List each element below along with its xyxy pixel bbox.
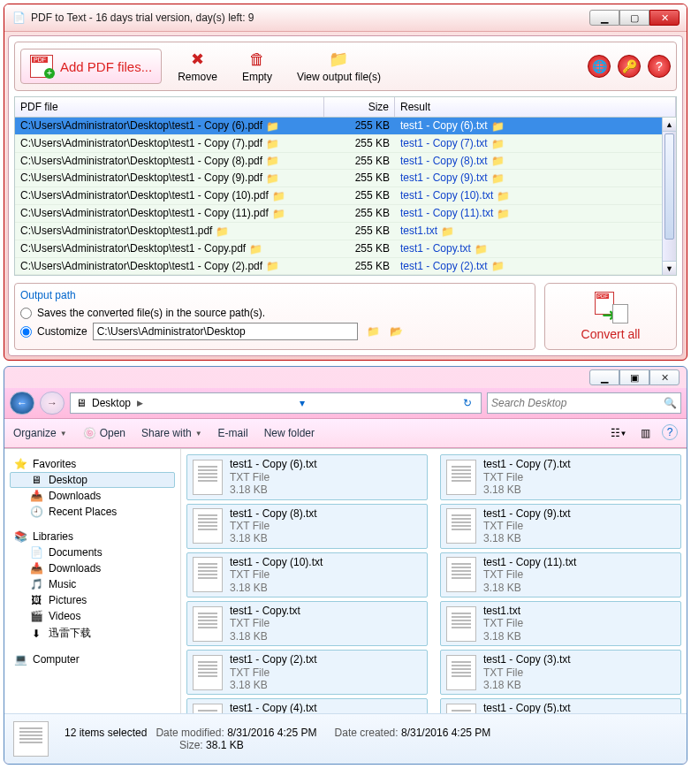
convert-all-button[interactable]: ➜ Convert all xyxy=(544,283,677,350)
table-row[interactable]: C:\Users\Administrator\Desktop\test1 - C… xyxy=(15,240,676,258)
minimize-button[interactable]: ▁ xyxy=(589,10,619,26)
save-source-radio[interactable] xyxy=(20,308,32,319)
row-folder-icon[interactable]: 📁 xyxy=(266,172,280,185)
sidebar-item-downloads2[interactable]: 📥Downloads xyxy=(10,560,175,576)
libraries-group[interactable]: 📚Libraries xyxy=(10,529,175,544)
row-result-folder-icon[interactable]: 📁 xyxy=(475,243,489,255)
maximize-button[interactable]: ▢ xyxy=(619,10,649,26)
row-result-folder-icon[interactable]: 📁 xyxy=(491,120,505,133)
file-tile[interactable]: test1 - Copy (11).txtTXT File3.18 KB xyxy=(440,552,681,598)
close-button[interactable]: ✕ xyxy=(649,10,680,26)
sidebar-item-xunlei[interactable]: ⬇迅雷下载 xyxy=(10,624,175,643)
exp-close-button[interactable]: ✕ xyxy=(649,369,680,385)
customize-radio[interactable] xyxy=(20,326,32,338)
row-folder-icon[interactable]: 📁 xyxy=(266,120,280,133)
open-folder-icon[interactable]: 📂 xyxy=(390,325,404,338)
sidebar-item-pictures[interactable]: 🖼Pictures xyxy=(10,592,175,608)
open-button[interactable]: 🍥Open xyxy=(83,427,125,439)
file-tile[interactable]: test1 - Copy (9).txtTXT File3.18 KB xyxy=(440,504,681,549)
remove-button[interactable]: ✖ Remove xyxy=(169,48,226,85)
exp-minimize-button[interactable]: ▁ xyxy=(589,369,619,385)
file-type: TXT File xyxy=(230,568,323,581)
file-tile[interactable]: test1 - Copy (7).txtTXT File3.18 KB xyxy=(440,454,681,499)
row-result-folder-icon[interactable]: 📁 xyxy=(497,208,511,220)
explorer-titlebar[interactable]: ▁ ▣ ✕ xyxy=(4,367,687,388)
file-tile[interactable]: test1 - Copy (8).txtTXT File3.18 KB xyxy=(186,504,428,549)
scroll-up-arrow[interactable]: ▲ xyxy=(663,118,676,132)
file-list[interactable]: test1 - Copy (6).txtTXT File3.18 KBtest1… xyxy=(181,449,687,713)
scroll-down-arrow[interactable]: ▼ xyxy=(663,261,676,275)
forward-button[interactable]: → xyxy=(40,392,65,415)
computer-icon: 💻 xyxy=(13,653,27,666)
sidebar-item-downloads[interactable]: 📥Downloads xyxy=(10,488,175,504)
table-row[interactable]: C:\Users\Administrator\Desktop\test1 - C… xyxy=(15,170,676,187)
file-tile[interactable]: test1 - Copy (5).txtTXT File3.18 KB xyxy=(440,698,681,713)
browse-folder-icon[interactable]: 📁 xyxy=(367,325,381,338)
table-row[interactable]: C:\Users\Administrator\Desktop\test1.pdf… xyxy=(15,223,676,240)
sidebar-item-documents[interactable]: 📄Documents xyxy=(10,544,175,560)
email-button[interactable]: E-mail xyxy=(218,427,248,439)
help-button[interactable]: ? xyxy=(648,55,671,78)
titlebar[interactable]: 📄 PDF to Text - 16 days trial version, d… xyxy=(4,4,687,32)
add-pdf-button[interactable]: Add PDF files... xyxy=(20,49,162,84)
settings-button[interactable]: 🔑 xyxy=(618,55,641,78)
file-tile[interactable]: test1 - Copy (2).txtTXT File3.18 KB xyxy=(186,650,428,695)
row-result-folder-icon[interactable]: 📁 xyxy=(491,260,505,272)
scrollbar[interactable]: ▲ ▼ xyxy=(662,118,676,275)
row-folder-icon[interactable]: 📁 xyxy=(266,138,280,150)
scroll-thumb[interactable] xyxy=(664,133,674,240)
col-header-file[interactable]: PDF file xyxy=(15,97,324,117)
table-row[interactable]: C:\Users\Administrator\Desktop\test1 - C… xyxy=(15,153,676,171)
computer-group[interactable]: 💻Computer xyxy=(10,651,175,667)
favorites-group[interactable]: ⭐Favorites xyxy=(10,456,175,472)
exp-maximize-button[interactable]: ▣ xyxy=(619,369,649,385)
file-tile[interactable]: test1 - Copy (10).txtTXT File3.18 KB xyxy=(186,552,428,598)
empty-button[interactable]: 🗑 Empty xyxy=(233,48,281,85)
table-row[interactable]: C:\Users\Administrator\Desktop\test1 - C… xyxy=(15,187,676,205)
row-result-folder-icon[interactable]: 📁 xyxy=(491,138,505,150)
sidebar-item-music[interactable]: 🎵Music xyxy=(10,576,175,592)
explorer-help-button[interactable]: ? xyxy=(662,424,678,440)
file-tile[interactable]: test1.txtTXT File3.18 KB xyxy=(440,601,681,646)
share-menu[interactable]: Share with▼ xyxy=(141,427,202,439)
file-tile[interactable]: test1 - Copy.txtTXT File3.18 KB xyxy=(186,601,428,646)
row-result-folder-icon[interactable]: 📁 xyxy=(497,190,511,202)
file-tile[interactable]: test1 - Copy (6).txtTXT File3.18 KB xyxy=(186,454,428,499)
row-folder-icon[interactable]: 📁 xyxy=(266,155,280,167)
custom-path-input[interactable] xyxy=(93,323,358,340)
file-tile[interactable]: test1 - Copy (4).txtTXT File3.18 KB xyxy=(186,698,428,713)
back-button[interactable]: ← xyxy=(10,392,34,415)
search-icon[interactable]: 🔍 xyxy=(664,397,677,409)
preview-pane-button[interactable]: ▥ xyxy=(635,424,655,442)
table-row[interactable]: C:\Users\Administrator\Desktop\test1 - C… xyxy=(15,258,676,276)
addr-dropdown-icon[interactable]: ▾ xyxy=(294,397,310,409)
breadcrumb-desktop[interactable]: Desktop xyxy=(88,397,134,409)
col-header-result[interactable]: Result xyxy=(395,97,676,117)
row-result-folder-icon[interactable]: 📁 xyxy=(491,155,505,167)
table-row[interactable]: C:\Users\Administrator\Desktop\test1 - C… xyxy=(15,135,676,153)
table-row[interactable]: C:\Users\Administrator\Desktop\test1 - C… xyxy=(15,118,676,135)
row-folder-icon[interactable]: 📁 xyxy=(272,208,286,220)
breadcrumb-dropdown-icon[interactable]: ▶ xyxy=(134,399,146,407)
view-options-button[interactable]: ☷ ▼ xyxy=(609,424,628,442)
row-result-folder-icon[interactable]: 📁 xyxy=(491,172,505,185)
row-result-folder-icon[interactable]: 📁 xyxy=(441,225,455,238)
row-folder-icon[interactable]: 📁 xyxy=(272,190,286,202)
view-output-button[interactable]: 📁 View output file(s) xyxy=(288,48,390,85)
row-folder-icon[interactable]: 📁 xyxy=(266,260,280,272)
language-button[interactable]: 🌐 xyxy=(588,55,611,78)
row-folder-icon[interactable]: 📁 xyxy=(216,225,230,238)
file-tile[interactable]: test1 - Copy (3).txtTXT File3.18 KB xyxy=(440,650,681,695)
new-folder-button[interactable]: New folder xyxy=(264,427,315,439)
col-header-size[interactable]: Size xyxy=(324,97,395,117)
sidebar-item-desktop[interactable]: 🖥Desktop xyxy=(10,472,175,488)
table-row[interactable]: C:\Users\Administrator\Desktop\test1 - C… xyxy=(15,205,676,223)
refresh-icon[interactable]: ↻ xyxy=(458,397,477,409)
search-box[interactable]: 🔍 xyxy=(487,392,681,414)
address-bar[interactable]: 🖥 Desktop ▶ ▾ ↻ xyxy=(70,392,482,414)
row-folder-icon[interactable]: 📁 xyxy=(249,243,263,255)
search-input[interactable] xyxy=(491,397,664,409)
organize-menu[interactable]: Organize▼ xyxy=(13,427,67,439)
sidebar-item-recent[interactable]: 🕘Recent Places xyxy=(10,504,175,520)
sidebar-item-videos[interactable]: 🎬Videos xyxy=(10,608,175,624)
